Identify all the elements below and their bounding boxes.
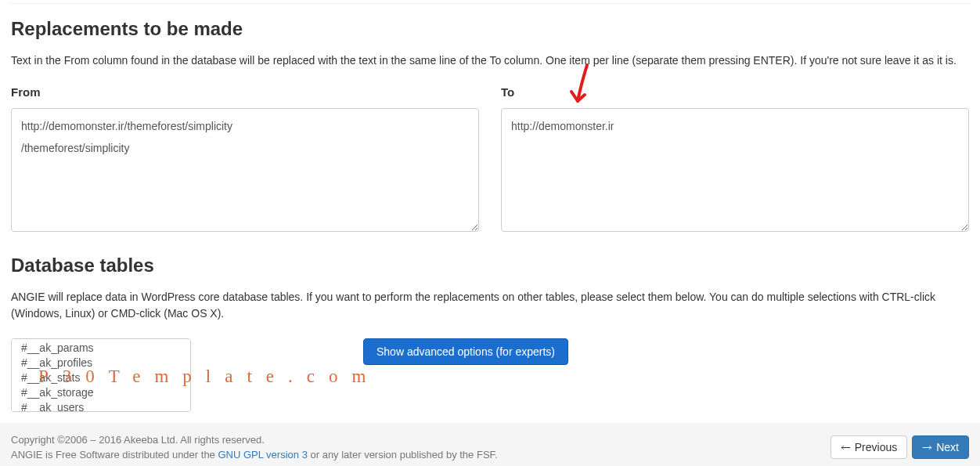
footer-line1: Copyright ©2006 – 2016 Akeeba Ltd. All r…: [11, 432, 498, 448]
show-advanced-button[interactable]: Show advanced options (for experts): [363, 338, 568, 365]
from-textarea[interactable]: [11, 108, 479, 232]
table-option[interactable]: #__ak_stats: [16, 370, 190, 385]
footer-bar: Copyright ©2006 – 2016 Akeeba Ltd. All r…: [0, 423, 980, 466]
table-option[interactable]: #__ak_storage: [16, 385, 190, 400]
dbtables-heading: Database tables: [11, 255, 969, 276]
footer-line2-a: ANGIE is Free Software distributed under…: [11, 449, 218, 461]
footer-nav: 🡐 Previous 🡒 Next: [830, 435, 969, 459]
from-label: From: [11, 85, 479, 99]
gpl-link[interactable]: GNU GPL version 3: [218, 449, 307, 461]
to-label: To: [501, 85, 969, 99]
next-label: Next: [936, 441, 959, 453]
footer-text: Copyright ©2006 – 2016 Akeeba Ltd. All r…: [11, 432, 498, 463]
tables-select[interactable]: #__ak_params#__ak_profiles#__ak_stats#__…: [11, 338, 191, 412]
replacements-heading: Replacements to be made: [11, 18, 969, 40]
replacements-row: From To: [11, 85, 969, 234]
next-button[interactable]: 🡒 Next: [912, 435, 969, 459]
arrow-left-icon: 🡐: [841, 443, 851, 453]
dbtables-description: ANGIE will replace data in WordPress cor…: [11, 289, 969, 321]
footer-line2-b: or any later version published by the FS…: [308, 449, 498, 461]
dbtables-row: #__ak_params#__ak_profiles#__ak_stats#__…: [11, 338, 969, 412]
footer-line2: ANGIE is Free Software distributed under…: [11, 447, 498, 463]
table-option[interactable]: #__ak_users: [16, 400, 190, 412]
previous-label: Previous: [855, 441, 897, 453]
table-option[interactable]: #__ak_profiles: [16, 356, 190, 370]
table-option[interactable]: #__ak_params: [16, 341, 190, 356]
previous-button[interactable]: 🡐 Previous: [830, 435, 907, 459]
replacements-description: Text in the From column found in the dat…: [11, 52, 969, 68]
arrow-right-icon: 🡒: [922, 443, 932, 453]
to-textarea[interactable]: [501, 108, 969, 232]
